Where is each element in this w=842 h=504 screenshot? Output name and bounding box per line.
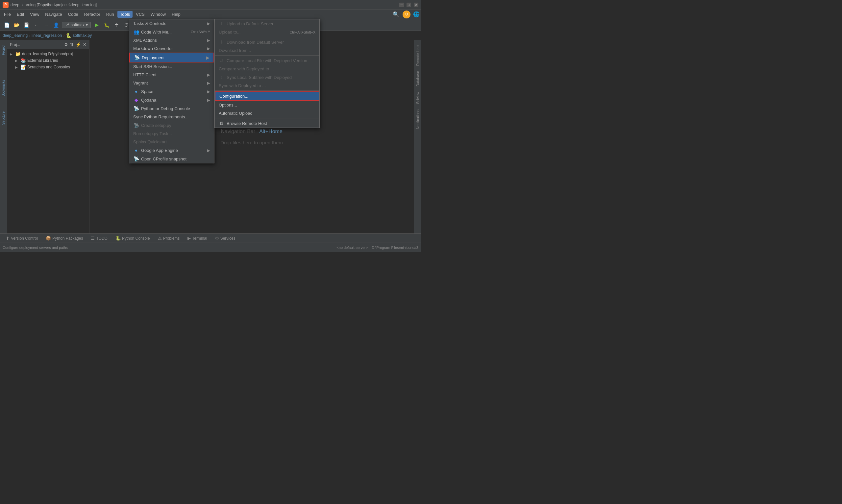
menu-code[interactable]: Code (66, 11, 81, 18)
tools-markdown-item[interactable]: Markdown Converter ▶ (129, 44, 214, 53)
deploy-options[interactable]: Options... (215, 101, 319, 109)
tab-database[interactable]: Database (415, 69, 420, 88)
scratches-consoles[interactable]: ▶ 📝 Scratches and Consoles (7, 64, 89, 70)
close-button[interactable]: ✕ (414, 3, 418, 7)
scratches-label: Scratches and Consoles (27, 65, 70, 69)
ssh-label: Start SSH Session... (133, 64, 210, 69)
compare-local-icon: ⇄ (219, 58, 225, 63)
status-bar: Configure deployment servers and paths <… (0, 242, 421, 252)
tab-notifications[interactable]: Notifications (415, 108, 420, 131)
globe-icon[interactable]: 🌐 (413, 11, 420, 17)
tab-terminal[interactable]: ▶ Terminal (184, 235, 210, 242)
tab-remote-host[interactable]: Remote Host (415, 43, 420, 68)
window-title: deep_learning [D:\python\projects\deep_l… (11, 3, 399, 7)
tab-python-console[interactable]: 🐍 Python Console (112, 235, 153, 242)
menu-view[interactable]: View (27, 11, 42, 18)
debug-button[interactable]: 🐛 (103, 21, 110, 29)
sphinx-label: Sphinx Quickstart (133, 139, 210, 144)
breadcrumb-root[interactable]: deep_learning (3, 33, 28, 38)
tools-deployment-item[interactable]: 📡 Deployment ▶ (129, 53, 214, 62)
tab-sciview[interactable]: Sciview (415, 90, 420, 106)
sidebar-filter-icon[interactable]: ⚡ (76, 42, 81, 47)
tools-http-item[interactable]: HTTP Client ▶ (129, 71, 214, 79)
tools-gae-item[interactable]: ● Google App Engine ▶ (129, 146, 214, 155)
run-button[interactable]: ▶ (93, 21, 101, 29)
save-button[interactable]: 💾 (22, 21, 30, 29)
sidebar-gear-icon[interactable]: ⚙ (64, 42, 68, 47)
upload-to-label: Upload to... (219, 30, 287, 35)
tools-ssh-item[interactable]: Start SSH Session... (129, 62, 214, 71)
menu-run[interactable]: Run (104, 11, 117, 18)
navbar-shortcut: Alt+Home (259, 129, 283, 134)
tools-xml-item[interactable]: XML Actions ▶ (129, 36, 214, 44)
project-root[interactable]: ▶ 📁 deep_learning D:\python\proj (7, 51, 89, 57)
menu-edit[interactable]: Edit (14, 11, 26, 18)
deploy-sep2 (215, 55, 319, 56)
coverage-button[interactable]: ☂ (112, 21, 120, 29)
new-file-button[interactable]: 📄 (3, 21, 11, 29)
sidebar-sort-icon[interactable]: ⇅ (70, 42, 74, 47)
tools-qodana-item[interactable]: ◆ Qodana ▶ (129, 96, 214, 104)
tools-code-with-me-item[interactable]: 👥 Code With Me... Ctrl+Shift+Y (129, 28, 214, 36)
tab-version-control[interactable]: ⬆ Version Control (3, 235, 41, 242)
menu-vcs[interactable]: VCS (133, 11, 147, 18)
menu-help[interactable]: Help (169, 11, 183, 18)
user-icon[interactable]: 👤 (52, 21, 60, 29)
tools-vagrant-item[interactable]: Vagrant ▶ (129, 79, 214, 87)
user-avatar[interactable]: U (402, 11, 411, 18)
cprofile-icon: 📡 (133, 156, 139, 161)
tools-tasks-item[interactable]: Tasks & Contexts ▶ (129, 19, 214, 28)
tools-menu[interactable]: Tasks & Contexts ▶ 👥 Code With Me... Ctr… (129, 19, 214, 163)
sidebar-bookmarks-tab[interactable]: Bookmarks (1, 78, 6, 98)
tab-todo[interactable]: ☰ TODO (88, 235, 110, 242)
sidebar-structure-tab[interactable]: Structure (1, 109, 6, 127)
open-button[interactable]: 📂 (13, 21, 20, 29)
upload-default-label: Upload to Default Server (227, 21, 316, 26)
deploy-sync-with: Sync with Deployed to ... (215, 82, 319, 90)
tab-services[interactable]: ⚙ Services (212, 235, 239, 242)
expand-arrow: ▶ (10, 52, 14, 56)
code-with-me-shortcut: Ctrl+Shift+Y (191, 30, 210, 34)
deployment-submenu[interactable]: ⬆ Upload to Default Server Upload to... … (214, 19, 320, 128)
tab-problems[interactable]: ⚠ Problems (155, 235, 183, 242)
python-path[interactable]: D:\Program Files\miniconda3 (372, 246, 418, 250)
breadcrumb-file[interactable]: softmax.py (73, 33, 92, 38)
menu-file[interactable]: File (1, 11, 14, 18)
browse-remote-label: Browse Remote Host (227, 121, 316, 126)
tools-space-item[interactable]: ● Space ▶ (129, 87, 214, 96)
python-packages-label: Python Packages (52, 236, 83, 241)
configuration-label: Configuration... (219, 94, 315, 98)
vagrant-arrow: ▶ (207, 80, 210, 86)
menu-window[interactable]: Window (148, 11, 168, 18)
deploy-auto-upload[interactable]: Automatic Upload (215, 109, 319, 118)
gae-arrow: ▶ (207, 148, 210, 153)
external-libraries[interactable]: ▶ 📚 External Libraries (7, 57, 89, 64)
code-with-me-label: Code With Me... (141, 30, 189, 35)
tools-cprofile-item[interactable]: 📡 Open CProfile snapshot (129, 155, 214, 163)
breadcrumb-folder[interactable]: linear_regression (32, 33, 62, 38)
forward-button[interactable]: → (42, 21, 50, 29)
maximize-button[interactable]: □ (407, 3, 411, 7)
back-button[interactable]: ← (32, 21, 40, 29)
terminal-icon: ▶ (187, 236, 191, 241)
menu-navigate[interactable]: Navigate (42, 11, 65, 18)
deploy-configuration[interactable]: Configuration... (215, 91, 319, 101)
tools-sync-python-item[interactable]: Sync Python Requirements... (129, 113, 214, 121)
deploy-browse-remote[interactable]: 🖥 Browse Remote Host (215, 119, 319, 128)
menu-tools[interactable]: Tools (118, 11, 132, 18)
branch-selector[interactable]: ⎇ softmax ▾ (62, 22, 91, 28)
search-everywhere-icon[interactable]: 🔍 (392, 11, 400, 18)
expand-arrow: ▶ (15, 59, 19, 62)
minimize-button[interactable]: ─ (399, 3, 404, 7)
qodana-arrow: ▶ (207, 98, 210, 103)
project-sidebar: Proj... ⚙ ⇅ ⚡ ✕ ▶ 📁 deep_learning D:\pyt… (7, 40, 89, 233)
http-arrow: ▶ (207, 72, 210, 77)
default-server[interactable]: <no default server> (337, 246, 368, 250)
vagrant-label: Vagrant (133, 80, 205, 86)
sidebar-close-icon[interactable]: ✕ (83, 42, 87, 47)
sidebar-project-tab[interactable]: Project (1, 43, 6, 57)
tools-python-debug-item[interactable]: 📡 Python or Debug Console (129, 104, 214, 113)
tab-python-packages[interactable]: 📦 Python Packages (42, 235, 86, 242)
deploy-download-from: Download from... (215, 46, 319, 55)
menu-refactor[interactable]: Refactor (82, 11, 103, 18)
